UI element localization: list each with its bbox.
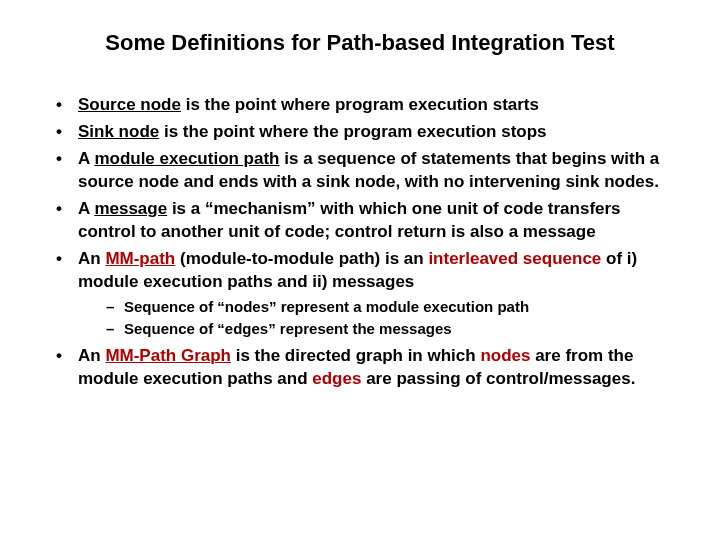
term-mm-path: MM-path bbox=[105, 249, 175, 268]
text-mid1: is the directed graph in which bbox=[231, 346, 480, 365]
term-source-node: Source node bbox=[78, 95, 181, 114]
highlight-interleaved-sequence: interleaved sequence bbox=[428, 249, 601, 268]
term-sink-node: Sink node bbox=[78, 122, 159, 141]
term-mm-path-graph: MM-Path Graph bbox=[105, 346, 231, 365]
text-pre: A bbox=[78, 199, 94, 218]
sub-nodes: Sequence of “nodes” represent a module e… bbox=[106, 297, 680, 317]
bullet-message: A message is a “mechanism” with which on… bbox=[52, 198, 680, 244]
sub-list: Sequence of “nodes” represent a module e… bbox=[78, 297, 680, 340]
bullet-module-exec-path: A module execution path is a sequence of… bbox=[52, 148, 680, 194]
slide-title: Some Definitions for Path-based Integrat… bbox=[40, 30, 680, 56]
term-module-execution-path: module execution path bbox=[94, 149, 279, 168]
bullet-list: Source node is the point where program e… bbox=[40, 94, 680, 391]
sub-edges: Sequence of “edges” represent the messag… bbox=[106, 319, 680, 339]
text-pre: An bbox=[78, 346, 105, 365]
slide: Some Definitions for Path-based Integrat… bbox=[0, 0, 720, 540]
text-mid: (module-to-module path) is an bbox=[175, 249, 428, 268]
term-message: message bbox=[94, 199, 167, 218]
bullet-mm-path-graph: An MM-Path Graph is the directed graph i… bbox=[52, 345, 680, 391]
highlight-edges: edges bbox=[312, 369, 361, 388]
text: is the point where program execution sta… bbox=[181, 95, 539, 114]
bullet-source-node: Source node is the point where program e… bbox=[52, 94, 680, 117]
text: is the point where the program execution… bbox=[159, 122, 546, 141]
bullet-mm-path: An MM-path (module-to-module path) is an… bbox=[52, 248, 680, 339]
text-pre: A bbox=[78, 149, 94, 168]
highlight-nodes: nodes bbox=[480, 346, 530, 365]
text-pre: An bbox=[78, 249, 105, 268]
bullet-sink-node: Sink node is the point where the program… bbox=[52, 121, 680, 144]
text: are passing of control/messages. bbox=[361, 369, 635, 388]
